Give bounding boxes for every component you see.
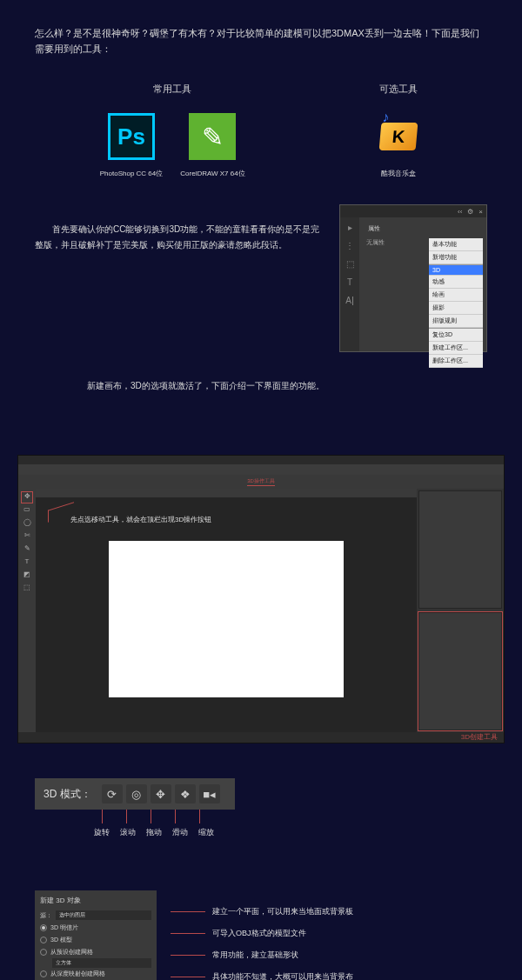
3d-tools-callout: 3D操作工具: [247, 477, 275, 486]
roll-icon[interactable]: ◎: [126, 784, 147, 803]
panel-icon-3[interactable]: ⬚: [346, 259, 354, 269]
menu-item-motion[interactable]: 动感: [429, 276, 483, 289]
paragraph-1: 首先要确认你的CC能够切换到3D功能，不能的童鞋看看你的是不是完整版，并且破解补…: [35, 204, 322, 352]
kuwo-label: 酷我音乐盒: [375, 169, 422, 178]
move-tool-hint: 先点选移动工具，就会在顶栏出现3D操作按钮: [70, 515, 211, 524]
tool-icon[interactable]: ▭: [22, 505, 32, 516]
opt-model[interactable]: 3D 模型: [40, 934, 151, 946]
panel-left-icons: ▸ ⋮ ⬚ T Aǀ: [340, 217, 359, 351]
common-tools-group: 常用工具 Ps PhotoShop CC 64位 ✎ CorelDRAW X7 …: [100, 83, 245, 178]
photoshop-label: PhotoShop CC 64位: [100, 169, 164, 178]
opt-postcard[interactable]: 3D 明信片: [40, 922, 151, 934]
panel-icon-5[interactable]: Aǀ: [345, 296, 354, 305]
ps-canvas-area: 先点选移动工具，就会在顶栏出现3D操作按钮: [36, 489, 417, 732]
3d-create-section: 新建 3D 对象 源： 选中的图层 3D 明信片 3D 模型 从预设创建网格 立…: [0, 873, 522, 980]
tool-icon[interactable]: ⬚: [22, 583, 32, 594]
ps-right-panels: 3D创建工具: [417, 489, 504, 732]
menu-item-basic[interactable]: 基本功能: [429, 238, 483, 251]
menu-item-new[interactable]: 新增功能: [429, 251, 483, 264]
close-icon[interactable]: ×: [478, 208, 483, 216]
panel-title: 新建 3D 对象: [40, 896, 151, 905]
opt-depth-mesh[interactable]: 从深度映射创建网格: [40, 968, 151, 980]
workspace-dropdown[interactable]: 基本功能 新增功能 3D 动感 绘画 摄影 排版规则 复位3D 新建工作区...…: [429, 238, 483, 368]
desc-postcard: 建立一个平面，可以用来当地面或背景板: [212, 906, 353, 917]
3d-mode-label: 3D 模式：: [44, 787, 91, 802]
optional-tools-title: 可选工具: [375, 83, 422, 96]
ps-toolbar: ✥ ▭ ◯ ✄ ✎ T ◩ ⬚: [18, 489, 36, 732]
kuwo-icon: ♪ K: [375, 113, 422, 160]
desc-preset: 常用功能，建立基础形状: [212, 950, 298, 961]
optional-tools-group: 可选工具 ♪ K 酷我音乐盒: [375, 83, 422, 178]
tool-icon[interactable]: ◯: [22, 518, 32, 529]
callout-lines: [35, 810, 235, 827]
coreldraw-icon: ✎: [189, 113, 236, 160]
3d-mode-toolbar: 3D 模式： ⟳ ◎ ✥ ❖ ■◂: [35, 778, 235, 810]
desc-model: 可导入OBJ格式的模型文件: [212, 928, 306, 939]
rotate-icon[interactable]: ⟳: [102, 784, 123, 803]
tool-coreldraw: ✎ CorelDRAW X7 64位: [180, 113, 244, 178]
kuwo-box-icon: K: [379, 123, 418, 150]
coreldraw-label: CorelDRAW X7 64位: [180, 169, 244, 178]
menu-item-photo[interactable]: 摄影: [429, 302, 483, 315]
menu-item-typo[interactable]: 排版规则: [429, 315, 483, 328]
ps-menu-bar: [18, 464, 504, 475]
paragraph-2: 新建画布，3D的选项就激活了，下面介绍一下界面里的功能。: [70, 378, 452, 394]
photoshop-icon: Ps: [108, 113, 155, 160]
label-drag: 拖动: [143, 827, 165, 838]
gear-icon[interactable]: ⚙: [467, 208, 473, 216]
label-zoom: 缩放: [195, 827, 218, 838]
panel-icon-4[interactable]: T: [347, 277, 352, 287]
slide-icon[interactable]: ❖: [175, 784, 196, 803]
menu-item-paint[interactable]: 绘画: [429, 289, 483, 302]
source-dropdown[interactable]: 选中的图层: [56, 910, 151, 920]
3d-mode-section: 3D 模式： ⟳ ◎ ✥ ❖ ■◂ 旋转 滚动 拖动 滑动 缩放: [0, 743, 522, 873]
drag-icon[interactable]: ✥: [151, 784, 171, 803]
tool-icon[interactable]: ✄: [22, 531, 32, 542]
opt-preset-mesh[interactable]: 从预设创建网格: [40, 946, 151, 958]
tools-row: 常用工具 Ps PhotoShop CC 64位 ✎ CorelDRAW X7 …: [35, 83, 487, 178]
label-roll: 滚动: [117, 827, 139, 838]
create-descriptions: 建立一个平面，可以用来当地面或背景板 可导入OBJ格式的模型文件 常用功能，建立…: [171, 906, 487, 980]
menu-item-delws[interactable]: 删除工作区...: [429, 355, 483, 368]
panel-icon-1[interactable]: ▸: [348, 223, 352, 232]
tool-icon[interactable]: ◩: [22, 570, 32, 581]
source-label: 源：: [40, 911, 52, 920]
canvas[interactable]: [109, 541, 344, 697]
ps-3d-panel[interactable]: 3D创建工具: [418, 612, 502, 730]
tool-icon[interactable]: ✎: [22, 544, 32, 555]
menu-item-3d[interactable]: 3D: [429, 265, 483, 276]
tool-kuwo: ♪ K 酷我音乐盒: [375, 113, 422, 178]
tool-photoshop: Ps PhotoShop CC 64位: [100, 113, 164, 178]
ruler: [36, 489, 417, 497]
menu-item-newws[interactable]: 新建工作区...: [429, 342, 483, 355]
ps-status-bar: [18, 732, 504, 743]
intro-text: 怎么样？是不是很神奇呀？碉堡了有木有？对于比较简单的建模可以把3DMAX丢到一边…: [35, 26, 487, 57]
panel-icon-2[interactable]: ⋮: [345, 241, 354, 250]
source-row: 源： 选中的图层: [40, 909, 151, 922]
ps-panel-upper: [418, 490, 502, 609]
properties-tab[interactable]: 属性: [365, 223, 384, 235]
ps-title-bar: [18, 456, 504, 464]
label-rotate: 旋转: [90, 827, 113, 838]
zoom-icon[interactable]: ■◂: [199, 784, 220, 803]
desc-depth: 具体功能不知道，大概可以用来当背景布: [212, 971, 353, 980]
label-slide: 滑动: [169, 827, 191, 838]
new-3d-object-panel: 新建 3D 对象 源： 选中的图层 3D 明信片 3D 模型 从预设创建网格 立…: [35, 890, 157, 980]
menu-item-reset3d[interactable]: 复位3D: [429, 329, 483, 342]
mode-labels-row: 旋转 滚动 拖动 滑动 缩放: [35, 827, 235, 838]
3d-create-tool-callout: 3D创建工具: [461, 732, 498, 742]
common-tools-title: 常用工具: [100, 83, 245, 96]
collapse-icon[interactable]: ‹‹: [458, 208, 462, 216]
ps-options-bar: 3D操作工具: [18, 475, 504, 489]
tool-icon[interactable]: T: [22, 557, 32, 568]
panel-top-bar: ‹‹ ⚙ ×: [340, 205, 486, 217]
photoshop-window-screenshot: 3D操作工具 ✥ ▭ ◯ ✄ ✎ T ◩ ⬚ 先点选移动工具，就会在顶栏出现3D…: [17, 455, 505, 743]
move-tool-icon[interactable]: ✥: [22, 492, 32, 503]
properties-panel-screenshot: ‹‹ ⚙ × ▸ ⋮ ⬚ T Aǀ 属性 无属性 基本功能 新增功能 3D 动感: [339, 204, 487, 352]
preset-sub[interactable]: 立方体: [52, 958, 151, 968]
